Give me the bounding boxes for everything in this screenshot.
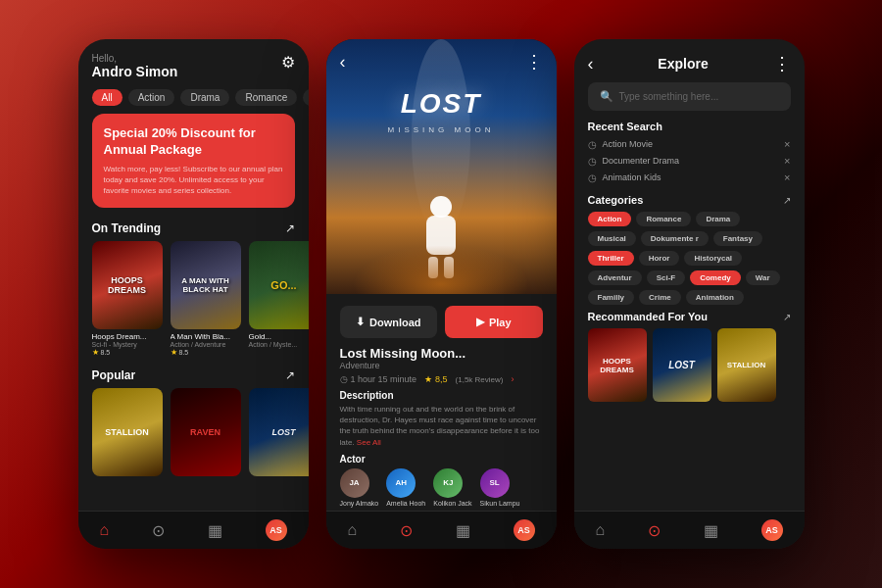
actor-item: KJ Kolikon Jack xyxy=(433,468,471,507)
cat-animation[interactable]: Animation xyxy=(686,290,744,305)
recent-item: ◷ Animation Kids × xyxy=(588,172,791,183)
nav-films-icon[interactable]: ▦ xyxy=(704,521,718,540)
actor-item: SL Sikun Lampu xyxy=(480,468,520,507)
search-bar[interactable]: 🔍 Type something here... xyxy=(588,82,791,111)
movie-title: Gold... xyxy=(249,332,309,341)
rec-card[interactable]: LOST xyxy=(653,328,711,402)
filter-all[interactable]: All xyxy=(92,89,122,106)
recent-search-text: Documenter Drama xyxy=(603,156,680,166)
phone-detail: ‹ ⋮ LOST MISSING MOON ⬇ Download ▶ Play xyxy=(326,39,557,549)
astronaut-helmet xyxy=(430,196,452,218)
cat-adventur[interactable]: Adventur xyxy=(588,270,642,285)
nav-profile-avatar[interactable]: AS xyxy=(266,519,287,541)
rec-card[interactable]: STALLION xyxy=(717,328,776,402)
star-icon: ★ xyxy=(171,348,177,357)
nav-home-icon[interactable]: ⌂ xyxy=(99,521,109,539)
actor-label: Actor xyxy=(340,454,543,465)
movie-card[interactable]: STALLION xyxy=(92,388,163,476)
nav-home-icon[interactable]: ⌂ xyxy=(595,521,605,539)
movie-title: Hoops Dream... xyxy=(92,332,163,341)
cat-dokumente[interactable]: Dokumente r xyxy=(641,231,709,246)
cat-romance[interactable]: Romance xyxy=(636,212,691,226)
nav-films-icon[interactable]: ▦ xyxy=(208,521,222,540)
more-options-button[interactable]: ⋮ xyxy=(525,51,543,73)
cat-historycal[interactable]: Historycal xyxy=(684,251,742,266)
categories-arrow[interactable]: ↗ xyxy=(783,195,791,206)
rec-card[interactable]: HOOPSDREAMS xyxy=(588,328,647,402)
nav-films-icon[interactable]: ▦ xyxy=(456,521,470,540)
filter-fantasy[interactable]: Fantasy xyxy=(303,89,308,106)
nav-profile-avatar[interactable]: AS xyxy=(514,519,535,541)
more-options-button[interactable]: ⋮ xyxy=(773,53,791,74)
cat-crime[interactable]: Crime xyxy=(639,290,681,305)
recent-search-text: Animation Kids xyxy=(603,172,662,182)
movie-rating: ★ 8.5 xyxy=(171,348,241,357)
movie-hero-image: ‹ ⋮ LOST MISSING MOON xyxy=(326,39,557,294)
actor-avatar: JA xyxy=(340,468,369,498)
remove-button[interactable]: × xyxy=(784,138,790,150)
actor-name: Jony Almako xyxy=(340,500,379,507)
filter-action[interactable]: Action xyxy=(128,89,175,106)
nav-home-icon[interactable]: ⌂ xyxy=(347,521,357,539)
filter-row: All Action Drama Romance Fantasy Pe... xyxy=(78,85,309,114)
filter-romance[interactable]: Romance xyxy=(235,89,297,106)
movie-card[interactable]: LOST xyxy=(249,388,309,476)
review-arrow[interactable]: › xyxy=(511,374,514,384)
nav-search-icon[interactable]: ⊙ xyxy=(400,521,413,540)
movie-card[interactable]: HOOPSDREAMS Hoops Dream... Sci-fi - Myst… xyxy=(92,241,163,357)
download-button[interactable]: ⬇ Download xyxy=(340,306,438,338)
actor-avatar: SL xyxy=(480,468,510,498)
movie-card[interactable]: RAVEN xyxy=(171,388,241,476)
phone-explore: ‹ Explore ⋮ 🔍 Type something here... Rec… xyxy=(574,39,805,549)
cat-drama[interactable]: Drama xyxy=(696,212,740,226)
trending-arrow[interactable]: ↗ xyxy=(285,221,295,235)
recommended-title: Recommanded For You xyxy=(588,311,708,322)
search-input[interactable]: Type something here... xyxy=(619,91,719,102)
cat-action[interactable]: Action xyxy=(588,212,632,226)
recommended-arrow[interactable]: ↗ xyxy=(783,312,791,322)
clock-icon: ◷ xyxy=(588,139,597,150)
movie-genre: Action / Myste... xyxy=(249,341,309,348)
cat-comedy[interactable]: Comedy xyxy=(690,270,741,285)
download-icon: ⬇ xyxy=(356,316,365,328)
movie-thumbnail: A MAN WITHBLACK HAT xyxy=(171,241,241,329)
recommended-section: Recommanded For You ↗ HOOPSDREAMS LOST xyxy=(574,311,805,408)
nav-search-icon[interactable]: ⊙ xyxy=(152,521,165,540)
actors-row: JA Jony Almako AH Amelia Hooh KJ Kolikon… xyxy=(340,468,543,507)
cat-fantasy[interactable]: Fantasy xyxy=(713,231,762,246)
movie-genre: Action / Adventure xyxy=(171,341,241,348)
cat-familly[interactable]: Familly xyxy=(588,290,635,305)
remove-button[interactable]: × xyxy=(784,155,790,167)
star-icon: ★ xyxy=(424,374,432,384)
cat-horor[interactable]: Horor xyxy=(639,251,680,266)
promo-title: Special 20% Discount for Annual Package xyxy=(104,125,283,159)
cat-scifi[interactable]: Sci-F xyxy=(647,270,686,285)
settings-icon[interactable]: ⚙ xyxy=(281,53,295,72)
cat-musical[interactable]: Musical xyxy=(588,231,636,246)
action-buttons: ⬇ Download ▶ Play xyxy=(326,294,557,346)
movie-card[interactable]: A MAN WITHBLACK HAT A Man With Bla... Ac… xyxy=(171,241,241,357)
play-button[interactable]: ▶ Play xyxy=(445,306,543,338)
movie-title: A Man With Bla... xyxy=(171,332,241,341)
movie-info: Lost Missing Moon... Adventure ◷ 1 hour … xyxy=(326,346,557,507)
popular-row: STALLION RAVEN LOST xyxy=(78,388,309,484)
movie-card[interactable]: GO... Gold... Action / Myste... xyxy=(249,241,309,357)
movie-genre: Sci-fi - Mystery xyxy=(92,341,163,348)
actor-item: AH Amelia Hooh xyxy=(386,468,425,507)
popular-arrow[interactable]: ↗ xyxy=(285,368,295,382)
rec-thumbnail: STALLION xyxy=(717,328,776,402)
play-icon: ▶ xyxy=(476,316,484,328)
see-all-link[interactable]: See All xyxy=(357,438,381,447)
recent-search-title: Recent Search xyxy=(588,121,791,132)
back-button[interactable]: ‹ xyxy=(340,52,346,73)
rec-thumbnail: HOOPSDREAMS xyxy=(588,328,647,402)
remove-button[interactable]: × xyxy=(784,172,790,183)
recommended-row: HOOPSDREAMS LOST STALLION xyxy=(588,328,791,402)
actor-name: Kolikon Jack xyxy=(433,500,471,507)
cat-war[interactable]: War xyxy=(746,270,780,285)
nav-search-icon[interactable]: ⊙ xyxy=(648,521,661,540)
nav-profile-avatar[interactable]: AS xyxy=(761,519,783,541)
cat-thriller[interactable]: Thriller xyxy=(588,251,634,266)
username-text: Andro Simon xyxy=(92,64,178,79)
filter-drama[interactable]: Drama xyxy=(180,89,229,106)
